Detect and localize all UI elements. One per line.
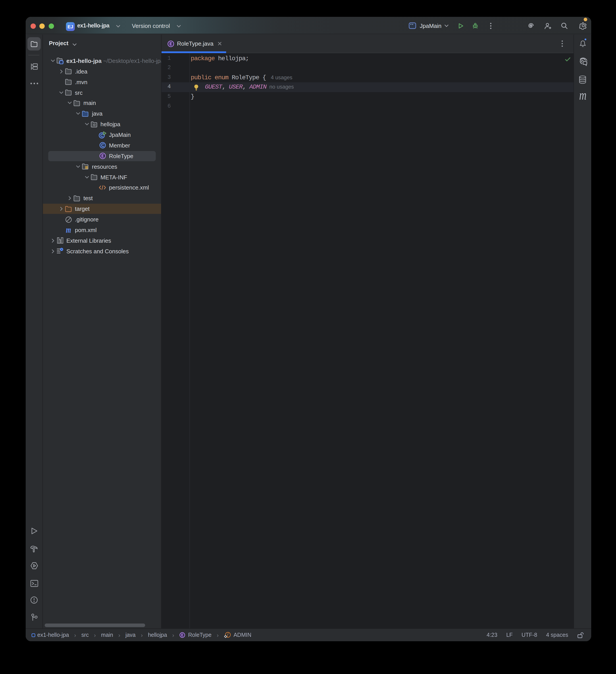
svg-text:f: f <box>227 632 229 638</box>
